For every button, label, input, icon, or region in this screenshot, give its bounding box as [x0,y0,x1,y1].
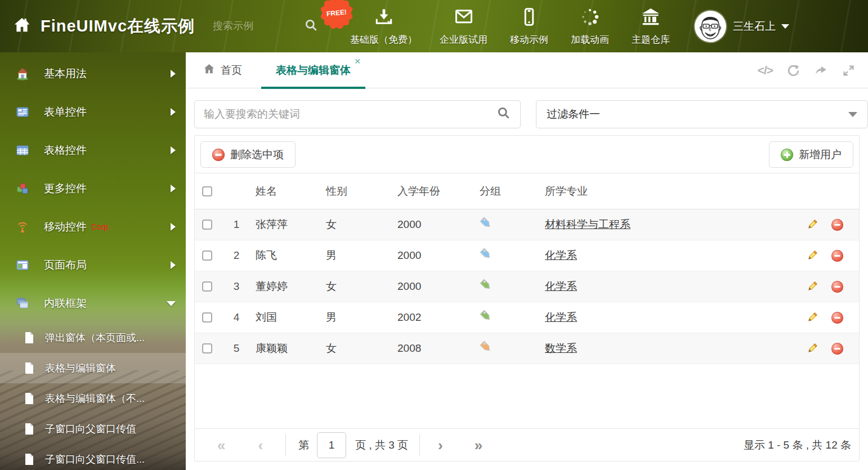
top-header: FineUIMvc在线示例 FREE! 基础版（免费） [0,0,868,52]
edit-icon[interactable] [806,343,818,355]
nav-enterprise-trial[interactable]: 企业版试用 [440,7,487,46]
last-page-button[interactable]: » [475,438,482,453]
tab-home[interactable]: 首页 [203,62,242,78]
tag-icon [476,279,538,294]
sidebar-item-form-controls[interactable]: 表单控件 [0,93,186,131]
delete-row-icon[interactable] [831,281,843,293]
sidebar-item-mobile-controls[interactable]: 移动控件 Corp. [0,208,186,246]
tab-grid-edit-window[interactable]: 表格与编辑窗体 ✕ [261,52,365,88]
expand-arrow-icon [171,223,176,231]
chevron-down-icon [781,24,789,29]
username: 三生石上 [733,19,776,34]
file-icon [24,453,35,465]
sidebar-subitem-child-to-parent-2[interactable]: 子窗口向父窗口传值... [0,444,186,470]
prev-page-button[interactable]: ‹ [258,438,263,453]
row-checkbox[interactable] [202,250,212,261]
major-link[interactable]: 化学系 [545,311,577,323]
sidebar-item-basic-usage[interactable]: 基本用法 [0,55,186,93]
select-all-checkbox[interactable] [202,186,212,196]
tag-icon [476,310,538,325]
add-user-button[interactable]: 新增用户 [769,141,853,168]
table-row: 3 董婷婷 女 2000 化学系 [195,271,859,302]
form-icon [16,105,29,119]
file-icon [24,392,35,405]
delete-row-icon[interactable] [831,312,843,324]
sidebar-subitem-grid-edit-window-2[interactable]: 表格与编辑窗体（不... [0,383,186,414]
refresh-icon[interactable] [786,64,800,78]
edit-icon[interactable] [806,250,818,262]
sidebar-subitem-child-to-parent[interactable]: 子窗口向父窗口传值 [0,414,186,444]
col-header-gender[interactable]: 性别 [324,184,388,199]
user-menu[interactable]: 三生石上 [695,11,789,42]
nav-basic-free[interactable]: FREE! 基础版（免费） [350,7,417,46]
antenna-icon [16,220,29,234]
row-checkbox[interactable] [202,220,212,230]
search-icon[interactable] [496,106,511,123]
major-link[interactable]: 化学系 [545,280,577,292]
nav-mobile-examples[interactable]: 移动示例 [510,7,548,46]
table-icon [16,144,29,157]
spinner-icon [580,7,600,29]
filter-dropdown[interactable]: 过滤条件一 [536,100,868,128]
download-icon [374,7,394,29]
view-source-icon[interactable]: </> [758,64,773,77]
first-page-button[interactable]: « [217,438,225,453]
home-logo-icon[interactable] [12,16,32,37]
delete-row-icon[interactable] [831,343,843,355]
close-icon[interactable]: ✕ [354,57,361,65]
keyword-search-input[interactable] [204,108,496,120]
col-header-name[interactable]: 姓名 [253,184,324,199]
header-search [213,18,319,35]
expand-icon[interactable] [842,64,856,78]
tag-icon [476,341,538,356]
expand-arrow-icon [171,108,176,116]
major-link[interactable]: 化学系 [545,249,577,261]
pagination-bar: « ‹ 第 页 , 共 3 页 › » 显示 1 - 5 条 , 共 12 条 [195,428,859,461]
house-icon [16,67,29,80]
sidebar-subitem-grid-edit-window[interactable]: 表格与编辑窗体 [0,353,186,383]
home-icon [203,62,216,78]
delete-row-icon[interactable] [831,219,843,231]
file-icon [24,423,35,435]
sidebar-item-grid-controls[interactable]: 表格控件 [0,131,186,169]
sidebar-item-inline-frames[interactable]: 内联框架 [0,284,186,323]
row-checkbox[interactable] [202,312,212,323]
tag-icon [476,248,538,263]
page-label-prefix: 第 [298,438,309,453]
main-content: 首页 表格与编辑窗体 ✕ </> [186,52,868,470]
mobile-icon [519,7,539,29]
expand-arrow-icon [171,70,176,78]
row-checkbox[interactable] [202,343,212,353]
edit-icon[interactable] [806,219,818,231]
sidebar: 基本用法 表单控件 表格控件 [0,52,186,470]
sidebar-item-page-layout[interactable]: 页面布局 [0,246,186,284]
grid-panel: 删除选中项 新增用户 姓名 性别 入学年份 分组 所学专业 1 张萍萍 女 20… [194,135,860,462]
envelope-icon [454,7,474,29]
delete-selected-button[interactable]: 删除选中项 [200,141,296,168]
edit-icon[interactable] [806,312,818,324]
sidebar-item-more-controls[interactable]: 更多控件 [0,169,186,208]
next-page-button[interactable]: › [438,438,443,453]
expand-arrow-icon [171,185,176,193]
share-icon[interactable] [814,64,828,78]
page-number-input[interactable] [317,432,346,458]
row-checkbox[interactable] [202,281,212,292]
major-link[interactable]: 材料科学与工程系 [545,218,630,230]
col-header-year[interactable]: 入学年份 [388,184,476,199]
plus-icon [781,149,793,161]
cubes-icon [16,182,29,195]
filter-row: 过滤条件一 [194,100,860,128]
search-icon[interactable] [304,18,319,35]
delete-row-icon[interactable] [831,250,843,262]
col-header-group[interactable]: 分组 [476,184,538,199]
major-link[interactable]: 数学系 [545,342,577,354]
free-badge: FREE! [324,1,349,25]
expand-arrow-icon [171,261,176,269]
col-header-major[interactable]: 所学专业 [538,184,797,199]
nav-theme-store[interactable]: 主题仓库 [632,7,670,46]
file-icon [24,362,35,374]
header-search-input[interactable] [213,20,297,32]
edit-icon[interactable] [806,281,818,293]
nav-loading-animations[interactable]: 加载动画 [571,7,609,46]
sidebar-subitem-popup-window[interactable]: 弹出窗体（本页面或... [0,323,186,353]
